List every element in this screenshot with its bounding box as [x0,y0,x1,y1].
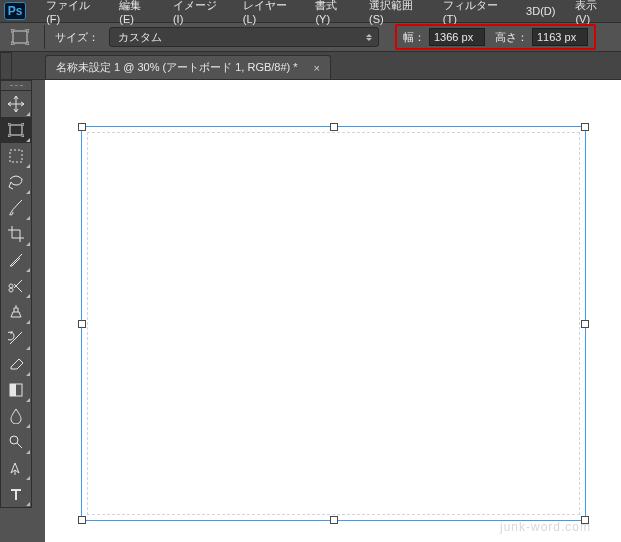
svg-rect-9 [10,125,22,135]
document-tab-title: 名称未設定 1 @ 30% (アートボード 1, RGB/8#) * [56,60,298,75]
eyedropper-tool[interactable] [1,247,31,273]
crop-tool[interactable] [1,221,31,247]
move-tool[interactable] [1,91,31,117]
eraser-tool[interactable] [1,351,31,377]
svg-line-22 [17,443,22,448]
svg-point-21 [10,436,18,444]
artboard-tool-icon [6,27,34,47]
size-label: サイズ： [55,30,99,45]
menu-item-image[interactable]: イメージ(I) [165,0,231,28]
type-tool[interactable] [1,481,31,507]
clone-stamp-tool[interactable] [1,299,31,325]
dodge-tool[interactable] [1,429,31,455]
scissors-tool[interactable] [1,273,31,299]
svg-rect-20 [10,384,16,396]
menu-item-type[interactable]: 書式(Y) [307,0,357,28]
brush-tool[interactable] [1,195,31,221]
dropdown-caret-icon [366,34,372,41]
separator [44,25,45,49]
palette-grip[interactable] [1,81,31,91]
blur-tool[interactable] [1,403,31,429]
height-input[interactable]: 1163 px [532,28,588,46]
height-label: 高さ： [495,30,528,45]
svg-rect-18 [10,150,22,162]
tool-palette [0,80,32,508]
size-dropdown[interactable]: カスタム [109,27,379,47]
menu-item-3d[interactable]: 3D(D) [518,2,563,20]
panel-dock-handle[interactable] [0,52,12,80]
menu-item-edit[interactable]: 編集(E) [111,0,161,28]
watermark-text: junk-word.com [500,520,591,534]
menu-bar: Ps ファイル(F) 編集(E) イメージ(I) レイヤー(L) 書式(Y) 選… [0,0,621,22]
menu-item-file[interactable]: ファイル(F) [38,0,107,28]
document-tab-strip: 名称未設定 1 @ 30% (アートボード 1, RGB/8#) * × [0,52,621,80]
artboard-tool[interactable] [1,117,31,143]
app-logo: Ps [4,2,26,20]
artboard-inner-guide [87,132,580,515]
resize-handle-mr[interactable] [581,320,589,328]
resize-handle-ml[interactable] [78,320,86,328]
artboard-selection[interactable] [81,126,586,521]
gradient-tool[interactable] [1,377,31,403]
size-value: カスタム [118,30,162,45]
tab-close-button[interactable]: × [310,62,324,74]
resize-handle-bl[interactable] [78,516,86,524]
resize-handle-tr[interactable] [581,123,589,131]
pen-tool[interactable] [1,455,31,481]
resize-handle-bc[interactable] [330,516,338,524]
dimensions-highlight: 幅： 1366 px 高さ： 1163 px [395,24,596,50]
width-input[interactable]: 1366 px [429,28,485,46]
history-brush-tool[interactable] [1,325,31,351]
menu-item-layer[interactable]: レイヤー(L) [235,0,304,28]
width-label: 幅： [403,30,425,45]
document-tab[interactable]: 名称未設定 1 @ 30% (アートボード 1, RGB/8#) * × [45,55,331,79]
resize-handle-tc[interactable] [330,123,338,131]
canvas-area[interactable]: junk-word.com [45,80,621,542]
lasso-tool[interactable] [1,169,31,195]
marquee-tool[interactable] [1,143,31,169]
svg-rect-0 [13,31,27,43]
resize-handle-tl[interactable] [78,123,86,131]
